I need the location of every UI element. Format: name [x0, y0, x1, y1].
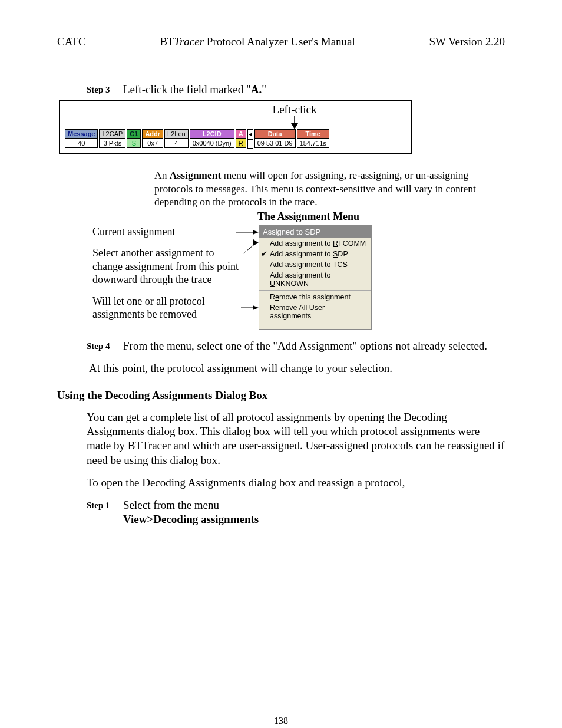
svg-marker-3 [253, 230, 259, 235]
section-heading: Using the Decoding Assignments Dialog Bo… [57, 389, 505, 402]
trace-col: Data09 53 01 D9 [254, 129, 296, 149]
paragraph-assignment: An Assignment menu will open for assigni… [154, 169, 505, 208]
step-label: Step 3 [87, 83, 115, 97]
trace-table: Message40L2CAP3 PktsC1SAddr0x7L2Len4L2CI… [65, 129, 406, 149]
paragraph-dialog: You can get a complete list of all proto… [87, 410, 505, 467]
trace-col: C1S [127, 129, 141, 149]
step-label: Step 4 [87, 339, 115, 353]
svg-marker-1 [291, 123, 298, 129]
header-center: BTTracer Protocol Analyzer User's Manual [160, 35, 355, 48]
menu-titlebar: Assigned to SDP [259, 226, 371, 238]
paragraph-toopen: To open the Decoding Assignments dialog … [87, 476, 505, 490]
step-3: Step 3 Left-click the field marked "A." [87, 83, 505, 97]
menu-item[interactable]: Add assignment to UNKNOWN [259, 270, 371, 289]
annotation-select: Select another assignment to change assi… [92, 246, 240, 286]
trace-col: Message40 [65, 129, 98, 149]
trace-col: Addr0x7 [142, 129, 163, 149]
page-header: CATC BTTracer Protocol Analyzer User's M… [57, 35, 505, 50]
svg-marker-5 [253, 239, 259, 246]
figure-leftclick: Left-click Message40L2CAP3 PktsC1SAddr0x… [59, 100, 412, 154]
step-4: Step 4 From the menu, select one of the … [87, 339, 505, 353]
trace-col: L2Len4 [164, 129, 189, 149]
callout-arrows-icon [240, 225, 259, 330]
step-text: Left-click the field marked "A." [123, 83, 266, 97]
step-text: Select from the menu View>Decoding assig… [123, 498, 259, 527]
annotation-column: Current assignment Select another assign… [92, 225, 240, 330]
header-right: SW Version 2.20 [429, 35, 505, 48]
trace-col: AR [236, 129, 246, 149]
annotation-current: Current assignment [92, 225, 240, 239]
menu-item[interactable]: Add assignment to RFCOMM [259, 238, 371, 249]
leftclick-label: Left-click [183, 103, 406, 116]
trace-col: Time154.711s [297, 129, 329, 149]
menu-item[interactable]: Remove this assignment [259, 292, 371, 302]
annotation-remove: Will let one or all protocol assignments… [92, 295, 240, 321]
assignment-menu-title: The Assignment Menu [257, 210, 505, 223]
trace-col: L2CID0x0040 (Dyn) [190, 129, 234, 149]
arrow-down-icon [183, 116, 406, 129]
paragraph-atpoint: At this point, the protocol assignment w… [89, 361, 505, 375]
figure-assignment-menu: Current assignment Select another assign… [92, 225, 505, 330]
context-menu[interactable]: Assigned to SDP Add assignment to RFCOMM… [259, 225, 372, 330]
step-label: Step 1 [87, 498, 115, 527]
page-number: 138 [57, 716, 505, 726]
menu-separator [259, 290, 371, 291]
menu-item[interactable]: Add assignment to TCS [259, 259, 371, 270]
step-text: From the menu, select one of the "Add As… [123, 339, 487, 353]
step-1: Step 1 Select from the menu View>Decodin… [87, 498, 505, 527]
menu-item[interactable]: ✔Add assignment to SDP [259, 249, 371, 259]
svg-marker-7 [253, 305, 259, 310]
menu-item[interactable]: Remove All User assignments [259, 302, 371, 321]
trace-col: L2CAP3 Pkts [99, 129, 125, 149]
header-left: CATC [57, 35, 86, 48]
trace-col: ◂ [247, 129, 253, 149]
